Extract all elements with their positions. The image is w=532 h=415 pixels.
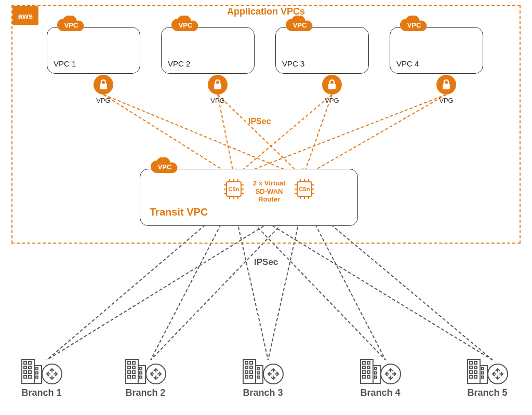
vpg-label-2: VPG: [208, 97, 228, 104]
building-icon-4: [360, 358, 381, 384]
branch-1: Branch 1: [10, 358, 73, 398]
branch-label-1: Branch 1: [10, 387, 73, 398]
svg-rect-69: [128, 366, 130, 369]
transit-cloud-icon: VPC: [150, 157, 180, 177]
vpc-label-2: VPC 2: [168, 59, 190, 68]
svg-rect-54: [24, 371, 26, 373]
vpc-label-4: VPC 4: [396, 59, 419, 68]
vpg-lock-icon-2: [208, 75, 228, 95]
svg-rect-77: [140, 376, 142, 378]
svg-rect-19: [214, 84, 221, 89]
ipsec-label-upper: IPSec: [248, 117, 271, 126]
vpg-lock-icon-4: [436, 75, 456, 95]
svg-rect-127: [482, 372, 484, 374]
vpc-cloud-icon-4: VPC: [399, 16, 429, 35]
vpg-label-4: VPG: [436, 97, 456, 104]
svg-rect-111: [375, 376, 377, 378]
vpc-cloud-icon-1: VPC: [56, 16, 86, 35]
vpg-label-1: VPG: [94, 97, 113, 104]
svg-rect-122: [470, 371, 472, 373]
svg-rect-125: [474, 376, 477, 378]
building-icon-1: [21, 358, 43, 384]
svg-rect-60: [36, 376, 38, 378]
router-caption-l2: SD-WAN: [248, 188, 290, 196]
router-chip-1-icon: C5n: [223, 179, 244, 199]
svg-rect-124: [470, 376, 472, 378]
svg-rect-90: [245, 376, 248, 378]
svg-rect-84: [245, 362, 248, 364]
ipsec-label-lower: IPSec: [254, 257, 278, 267]
branch-router-icon-2: [145, 364, 166, 384]
router-caption-l3: Router: [248, 195, 290, 204]
svg-rect-94: [257, 376, 259, 378]
svg-rect-55: [29, 371, 31, 373]
svg-rect-91: [250, 376, 252, 378]
vpc-label-3: VPC 3: [282, 59, 304, 68]
svg-rect-108: [367, 376, 370, 378]
svg-rect-75: [140, 368, 142, 370]
svg-rect-71: [128, 371, 130, 373]
branch-label-5: Branch 5: [456, 387, 518, 398]
vpc-cloud-icon-2: VPC: [170, 16, 201, 35]
svg-rect-72: [132, 371, 135, 373]
svg-rect-126: [482, 368, 484, 370]
vpc-badge-text-2: VPC: [179, 21, 193, 29]
branch-4: Branch 4: [349, 358, 411, 398]
svg-rect-103: [363, 366, 365, 369]
svg-rect-89: [250, 371, 252, 373]
svg-rect-118: [470, 362, 472, 364]
vpc-badge-text-1: VPC: [64, 21, 78, 29]
svg-rect-20: [328, 84, 336, 89]
branch-3: Branch 3: [232, 358, 294, 398]
transit-badge-text: VPC: [158, 163, 172, 171]
svg-rect-58: [36, 368, 38, 370]
svg-rect-18: [100, 84, 107, 89]
vpc-badge-text-3: VPC: [293, 21, 307, 29]
branch-router-icon-3: [263, 364, 284, 384]
svg-rect-109: [375, 368, 377, 370]
svg-rect-56: [24, 376, 26, 378]
chip2-text: C5n: [299, 186, 310, 192]
svg-rect-53: [29, 366, 31, 369]
vpc-badge-text-4: VPC: [407, 21, 421, 29]
branch-label-4: Branch 4: [349, 387, 411, 398]
svg-rect-76: [140, 372, 142, 374]
svg-rect-70: [132, 366, 135, 369]
svg-rect-121: [474, 366, 477, 369]
svg-rect-57: [29, 376, 31, 378]
vpc-label-1: VPC 1: [54, 59, 76, 68]
chip1-text: C5n: [229, 186, 240, 192]
router-caption-l1: 2 x Virtual: [248, 179, 290, 188]
svg-rect-101: [363, 362, 365, 364]
svg-rect-128: [482, 376, 484, 378]
svg-rect-123: [474, 371, 477, 373]
svg-rect-88: [245, 371, 248, 373]
router-caption: 2 x Virtual SD-WAN Router: [248, 179, 290, 204]
building-icon-5: [467, 358, 488, 384]
branch-2: Branch 2: [114, 358, 177, 398]
svg-rect-68: [132, 362, 135, 364]
vpg-lock-icon-1: [94, 75, 113, 95]
branch-router-icon-1: [42, 364, 62, 384]
svg-rect-73: [128, 376, 130, 378]
svg-rect-119: [474, 362, 477, 364]
building-icon-3: [242, 358, 264, 384]
branch-router-icon-4: [380, 364, 401, 384]
svg-rect-104: [367, 366, 370, 369]
svg-rect-52: [24, 366, 26, 369]
branch-5: Branch 5: [456, 358, 518, 398]
svg-rect-51: [29, 362, 31, 364]
svg-rect-102: [367, 362, 370, 364]
transit-vpc-label: Transit VPC: [150, 206, 208, 218]
router-chip-2-icon: C5n: [294, 179, 315, 199]
branch-router-icon-5: [487, 364, 508, 384]
svg-rect-74: [132, 376, 135, 378]
svg-rect-50: [24, 362, 26, 364]
branch-label-3: Branch 3: [232, 387, 294, 398]
svg-rect-110: [375, 372, 377, 374]
svg-rect-120: [470, 366, 472, 369]
vpg-label-3: VPG: [322, 97, 342, 104]
svg-rect-21: [443, 84, 450, 89]
svg-rect-106: [367, 371, 370, 373]
svg-rect-85: [250, 362, 252, 364]
